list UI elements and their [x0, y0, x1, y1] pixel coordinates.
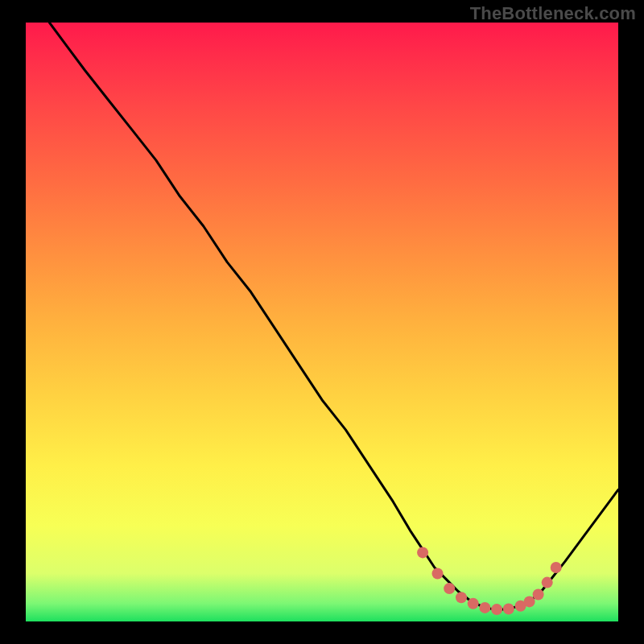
- optimal-dot: [533, 589, 544, 601]
- optimal-dot: [417, 547, 428, 558]
- optimal-dot: [491, 604, 502, 615]
- curve-layer: [49, 23, 618, 609]
- optimal-dot: [432, 568, 444, 580]
- optimal-dot: [444, 583, 455, 594]
- optimal-dots-layer: [417, 547, 562, 615]
- chart-frame: TheBottleneck.com: [0, 0, 644, 644]
- optimal-dot: [524, 596, 535, 607]
- optimal-dot: [503, 603, 514, 614]
- chart-svg: [26, 23, 618, 621]
- optimal-dot: [551, 562, 562, 573]
- optimal-dot: [542, 577, 553, 588]
- watermark-text: TheBottleneck.com: [470, 3, 636, 24]
- optimal-dot: [468, 598, 479, 609]
- plot-area: [26, 23, 618, 621]
- bottleneck-curve: [49, 23, 618, 609]
- optimal-dot: [456, 592, 467, 603]
- optimal-dot: [479, 602, 490, 613]
